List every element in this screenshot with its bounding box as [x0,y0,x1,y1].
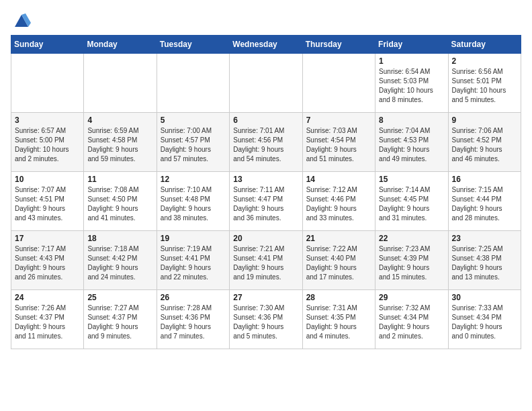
logo [11,11,31,30]
day-cell: 13Sunrise: 7:11 AMSunset: 4:47 PMDayligh… [230,172,302,231]
day-number: 16 [452,175,517,184]
week-row-5: 24Sunrise: 7:26 AMSunset: 4:37 PMDayligh… [11,290,521,349]
day-number: 18 [87,234,152,243]
weekday-header-friday: Friday [375,36,448,54]
day-cell [302,54,375,113]
day-cell: 7Sunrise: 7:03 AMSunset: 4:54 PMDaylight… [302,113,375,172]
day-info: Sunrise: 7:15 AMSunset: 4:44 PMDaylight:… [452,185,517,223]
day-number: 3 [15,116,80,125]
day-cell: 15Sunrise: 7:14 AMSunset: 4:45 PMDayligh… [375,172,448,231]
day-cell: 8Sunrise: 7:04 AMSunset: 4:53 PMDaylight… [375,113,448,172]
day-number: 22 [379,234,444,243]
day-info: Sunrise: 6:59 AMSunset: 4:58 PMDaylight:… [87,126,152,164]
day-info: Sunrise: 7:10 AMSunset: 4:48 PMDaylight:… [161,185,226,223]
day-info: Sunrise: 7:32 AMSunset: 4:34 PMDaylight:… [379,304,444,341]
day-info: Sunrise: 7:12 AMSunset: 4:46 PMDaylight:… [306,185,371,223]
day-cell: 20Sunrise: 7:21 AMSunset: 4:41 PMDayligh… [230,231,302,290]
day-number: 17 [15,234,80,243]
day-info: Sunrise: 7:03 AMSunset: 4:54 PMDaylight:… [306,126,371,164]
day-info: Sunrise: 6:57 AMSunset: 5:00 PMDaylight:… [15,126,80,164]
day-cell: 23Sunrise: 7:25 AMSunset: 4:38 PMDayligh… [448,231,521,290]
day-number: 15 [379,175,444,184]
day-cell [11,54,84,113]
calendar-table: SundayMondayTuesdayWednesdayThursdayFrid… [11,35,521,349]
day-number: 23 [452,234,517,243]
week-row-3: 10Sunrise: 7:07 AMSunset: 4:51 PMDayligh… [11,172,521,231]
day-number: 25 [87,293,152,302]
day-cell: 1Sunrise: 6:54 AMSunset: 5:03 PMDaylight… [375,54,448,113]
day-cell: 21Sunrise: 7:22 AMSunset: 4:40 PMDayligh… [302,231,375,290]
day-cell: 3Sunrise: 6:57 AMSunset: 5:00 PMDaylight… [11,113,84,172]
day-cell: 14Sunrise: 7:12 AMSunset: 4:46 PMDayligh… [302,172,375,231]
day-info: Sunrise: 7:30 AMSunset: 4:36 PMDaylight:… [233,304,298,341]
day-number: 1 [379,56,444,66]
day-cell: 2Sunrise: 6:56 AMSunset: 5:01 PMDaylight… [448,54,521,113]
day-info: Sunrise: 7:27 AMSunset: 4:37 PMDaylight:… [87,304,152,341]
day-number: 20 [233,234,298,243]
day-cell [230,54,302,113]
weekday-header-sunday: Sunday [11,36,84,54]
weekday-header-monday: Monday [84,36,157,54]
day-info: Sunrise: 7:11 AMSunset: 4:47 PMDaylight:… [233,185,298,223]
weekday-header-row: SundayMondayTuesdayWednesdayThursdayFrid… [11,36,521,54]
day-cell: 27Sunrise: 7:30 AMSunset: 4:36 PMDayligh… [230,290,302,349]
day-info: Sunrise: 7:28 AMSunset: 4:36 PMDaylight:… [161,304,226,341]
day-info: Sunrise: 7:31 AMSunset: 4:35 PMDaylight:… [306,304,371,341]
page-header [11,11,521,30]
day-number: 24 [15,293,80,302]
day-info: Sunrise: 7:22 AMSunset: 4:40 PMDaylight:… [306,244,371,282]
day-cell [157,54,229,113]
day-number: 19 [161,234,226,243]
day-number: 11 [87,175,152,184]
day-info: Sunrise: 7:21 AMSunset: 4:41 PMDaylight:… [233,244,298,282]
day-info: Sunrise: 7:00 AMSunset: 4:57 PMDaylight:… [161,126,226,164]
day-info: Sunrise: 6:56 AMSunset: 5:01 PMDaylight:… [452,67,517,105]
weekday-header-wednesday: Wednesday [230,36,302,54]
day-info: Sunrise: 7:06 AMSunset: 4:52 PMDaylight:… [452,126,517,164]
day-number: 4 [87,116,152,125]
day-info: Sunrise: 7:33 AMSunset: 4:34 PMDaylight:… [452,304,517,341]
day-cell: 29Sunrise: 7:32 AMSunset: 4:34 PMDayligh… [375,290,448,349]
day-cell: 30Sunrise: 7:33 AMSunset: 4:34 PMDayligh… [448,290,521,349]
day-cell: 4Sunrise: 6:59 AMSunset: 4:58 PMDaylight… [84,113,157,172]
day-number: 10 [15,175,80,184]
day-cell: 17Sunrise: 7:17 AMSunset: 4:43 PMDayligh… [11,231,84,290]
day-number: 5 [161,116,226,125]
day-cell: 18Sunrise: 7:18 AMSunset: 4:42 PMDayligh… [84,231,157,290]
day-info: Sunrise: 7:23 AMSunset: 4:39 PMDaylight:… [379,244,444,282]
day-number: 13 [233,175,298,184]
day-cell: 22Sunrise: 7:23 AMSunset: 4:39 PMDayligh… [375,231,448,290]
day-info: Sunrise: 7:08 AMSunset: 4:50 PMDaylight:… [87,185,152,223]
day-number: 28 [306,293,371,302]
day-cell [84,54,157,113]
week-row-4: 17Sunrise: 7:17 AMSunset: 4:43 PMDayligh… [11,231,521,290]
day-cell: 24Sunrise: 7:26 AMSunset: 4:37 PMDayligh… [11,290,84,349]
day-number: 26 [161,293,226,302]
day-cell: 11Sunrise: 7:08 AMSunset: 4:50 PMDayligh… [84,172,157,231]
week-row-1: 1Sunrise: 6:54 AMSunset: 5:03 PMDaylight… [11,54,521,113]
weekday-header-saturday: Saturday [448,36,521,54]
day-cell: 19Sunrise: 7:19 AMSunset: 4:41 PMDayligh… [157,231,229,290]
week-row-2: 3Sunrise: 6:57 AMSunset: 5:00 PMDaylight… [11,113,521,172]
day-info: Sunrise: 7:01 AMSunset: 4:56 PMDaylight:… [233,126,298,164]
day-info: Sunrise: 7:25 AMSunset: 4:38 PMDaylight:… [452,244,517,282]
day-number: 12 [161,175,226,184]
day-cell: 9Sunrise: 7:06 AMSunset: 4:52 PMDaylight… [448,113,521,172]
day-info: Sunrise: 7:17 AMSunset: 4:43 PMDaylight:… [15,244,80,282]
day-info: Sunrise: 6:54 AMSunset: 5:03 PMDaylight:… [379,67,444,105]
day-number: 6 [233,116,298,125]
day-cell: 28Sunrise: 7:31 AMSunset: 4:35 PMDayligh… [302,290,375,349]
day-number: 27 [233,293,298,302]
day-number: 9 [452,116,517,125]
day-info: Sunrise: 7:07 AMSunset: 4:51 PMDaylight:… [15,185,80,223]
weekday-header-thursday: Thursday [302,36,375,54]
day-info: Sunrise: 7:26 AMSunset: 4:37 PMDaylight:… [15,304,80,341]
day-number: 21 [306,234,371,243]
day-cell: 5Sunrise: 7:00 AMSunset: 4:57 PMDaylight… [157,113,229,172]
day-cell: 12Sunrise: 7:10 AMSunset: 4:48 PMDayligh… [157,172,229,231]
day-info: Sunrise: 7:04 AMSunset: 4:53 PMDaylight:… [379,126,444,164]
weekday-header-tuesday: Tuesday [157,36,229,54]
day-info: Sunrise: 7:19 AMSunset: 4:41 PMDaylight:… [161,244,226,282]
day-info: Sunrise: 7:14 AMSunset: 4:45 PMDaylight:… [379,185,444,223]
day-cell: 26Sunrise: 7:28 AMSunset: 4:36 PMDayligh… [157,290,229,349]
